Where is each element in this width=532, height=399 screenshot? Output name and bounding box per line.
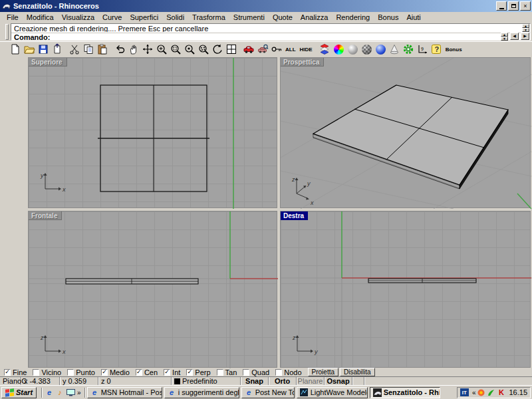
- pan-hand-icon[interactable]: [126, 43, 140, 56]
- zoom-dynamic-icon[interactable]: [154, 43, 168, 56]
- viewport-frontale-title[interactable]: Frontale: [29, 211, 62, 220]
- osnap-checkbox-cen[interactable]: ✓: [136, 369, 142, 376]
- command-spinner[interactable]: ▲▼: [501, 33, 508, 40]
- menu-visualizza[interactable]: Visualizza: [58, 13, 98, 21]
- render-icon[interactable]: [241, 43, 255, 56]
- proietta-button[interactable]: Proietta: [308, 368, 338, 376]
- render-preview-icon[interactable]: [255, 43, 269, 56]
- osnap-checkbox-punto[interactable]: [67, 369, 74, 376]
- viewport-destra[interactable]: Destra z y: [280, 211, 531, 368]
- bonus-button[interactable]: Bonus: [444, 47, 464, 53]
- orto-toggle[interactable]: Orto: [269, 377, 297, 386]
- osnap-checkbox-perp[interactable]: ✓: [186, 369, 193, 376]
- command-scroll-left-button[interactable]: ◀: [510, 33, 519, 40]
- task-msn-hotmail[interactable]: eMSN Hotmail - Posta in ar...: [87, 387, 162, 398]
- disabilita-button[interactable]: Disabilita: [340, 368, 375, 376]
- svg-text:9: 9: [421, 47, 424, 51]
- quicklaunch-ie-icon[interactable]: e: [44, 387, 55, 398]
- undo-view-icon[interactable]: [210, 43, 224, 56]
- paste-icon[interactable]: [95, 43, 109, 56]
- viewport-superiore[interactable]: Superiore y x: [28, 57, 277, 208]
- osnap-checkbox-medio[interactable]: ✓: [101, 369, 108, 376]
- menu-curve[interactable]: Curve: [98, 13, 126, 21]
- viewport-superiore-title[interactable]: Superiore: [29, 58, 67, 66]
- menu-analizza[interactable]: Analizza: [297, 13, 332, 21]
- minimize-button[interactable]: [496, 1, 507, 11]
- command-panel-grip[interactable]: [5, 24, 9, 40]
- language-indicator[interactable]: IT: [460, 388, 469, 396]
- options-gear-icon[interactable]: [402, 43, 416, 56]
- antivirus-k-icon[interactable]: K: [497, 388, 505, 397]
- axis-indicator: z x: [40, 334, 66, 355]
- undo-icon[interactable]: [112, 43, 126, 56]
- command-input[interactable]: [53, 33, 530, 41]
- zoom-selected-icon[interactable]: [182, 43, 196, 56]
- zoom-window-icon[interactable]: [168, 43, 182, 56]
- task-lightwave[interactable]: LightWave Modeler 7.0: [297, 387, 368, 398]
- quicklaunch-mediaplayer-icon[interactable]: ♪: [55, 387, 65, 398]
- object-properties-key-icon[interactable]: [269, 43, 283, 56]
- quicklaunch-desktop-icon[interactable]: [65, 387, 76, 398]
- spotlight-cone-icon[interactable]: [388, 43, 402, 56]
- osnap-checkbox-vicino[interactable]: [33, 369, 39, 376]
- menu-solidi[interactable]: Solidi: [162, 13, 188, 21]
- hide-button[interactable]: HIDE: [298, 47, 315, 53]
- export-icon[interactable]: [50, 43, 64, 56]
- start-button[interactable]: Start: [1, 387, 37, 398]
- cut-icon[interactable]: [67, 43, 81, 56]
- save-icon[interactable]: [36, 43, 50, 56]
- help-icon[interactable]: ?: [430, 43, 444, 56]
- dimension-icon[interactable]: 9: [416, 43, 430, 56]
- restore-button[interactable]: [508, 1, 519, 11]
- menu-rendering[interactable]: Rendering: [332, 13, 374, 21]
- close-button[interactable]: ×: [520, 1, 531, 11]
- rotate-view-icon[interactable]: [140, 43, 154, 56]
- osnap-toggle[interactable]: Osnap: [325, 377, 352, 386]
- open-folder-icon[interactable]: [22, 43, 36, 56]
- osnap-checkbox-tan[interactable]: [217, 369, 223, 376]
- viewport-prospettica[interactable]: Prospettica z y x: [280, 57, 531, 208]
- viewport-frontale[interactable]: Frontale z x: [28, 211, 277, 368]
- copy-icon[interactable]: [81, 43, 95, 56]
- shade-sphere-gray-icon[interactable]: [346, 43, 360, 56]
- viewport-destra-title[interactable]: Destra: [281, 211, 308, 220]
- layers-icon[interactable]: [318, 43, 332, 56]
- task-suggerimenti[interactable]: ei suggerimenti degli espe...: [164, 387, 239, 398]
- task-rhinoceros[interactable]: Senzatitolo - Rhinoce...: [370, 387, 440, 398]
- menu-file[interactable]: File: [3, 13, 23, 21]
- viewport-prospettica-title[interactable]: Prospettica: [281, 58, 324, 66]
- status-bar: PianoC x -4.383 y 0.359 z 0 Predefinito …: [0, 376, 532, 385]
- zoom-extents-icon[interactable]: [196, 43, 210, 56]
- history-spinner[interactable]: ▲▼: [522, 24, 529, 31]
- color-wheel-icon[interactable]: [332, 43, 346, 56]
- osnap-checkbox-nodo[interactable]: [275, 369, 282, 376]
- svg-text:z: z: [291, 176, 295, 183]
- menu-quote[interactable]: Quote: [269, 13, 297, 21]
- command-scroll-right-button[interactable]: ▶: [521, 33, 529, 40]
- tray-icon-2[interactable]: [487, 388, 495, 397]
- layer-cell[interactable]: Predefinito: [172, 377, 241, 386]
- task-post-new-topic[interactable]: ePost New Topic - Microso...: [241, 387, 295, 398]
- snap-toggle[interactable]: Snap: [241, 377, 269, 386]
- tray-icon-1[interactable]: [477, 388, 485, 397]
- viewport-layout-icon[interactable]: [224, 43, 238, 56]
- menu-trasforma[interactable]: Trasforma: [188, 13, 229, 21]
- menu-modifica[interactable]: Modifica: [23, 13, 58, 21]
- shade-sphere-blue-icon[interactable]: [374, 43, 388, 56]
- zoom-all-button[interactable]: ALL: [283, 47, 298, 53]
- menu-superfici[interactable]: Superfici: [126, 13, 162, 21]
- menu-aiuti[interactable]: Aiuti: [402, 13, 424, 21]
- taskbar-clock[interactable]: 16.15: [509, 388, 527, 396]
- osnap-checkbox-fine[interactable]: ✓: [4, 369, 11, 376]
- tray-chevron[interactable]: «: [471, 389, 477, 396]
- new-file-icon[interactable]: [8, 43, 22, 56]
- cplane-cell[interactable]: PianoC: [0, 377, 21, 386]
- osnap-checkbox-int[interactable]: ✓: [164, 369, 170, 376]
- menu-strumenti[interactable]: Strumenti: [229, 13, 269, 21]
- osnap-label-perp: Perp: [195, 368, 210, 376]
- planare-toggle[interactable]: Planare: [297, 377, 325, 386]
- menu-bonus[interactable]: Bonus: [374, 13, 402, 21]
- quicklaunch-more-chevron[interactable]: »: [76, 389, 82, 396]
- osnap-checkbox-quad[interactable]: [243, 369, 249, 376]
- shade-sphere-checkered-icon[interactable]: [360, 43, 374, 56]
